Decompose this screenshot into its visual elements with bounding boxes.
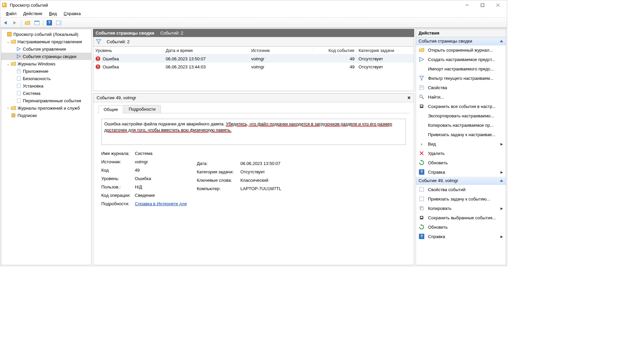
menu-action[interactable]: Действие — [20, 10, 46, 17]
action-label: Сохранить все события в настр... — [428, 104, 496, 109]
svg-rect-1 — [3, 4, 4, 5]
action-label: Привязать задачу к настраивае... — [428, 132, 495, 137]
tree-summary-events[interactable]: События страницы сводки — [1, 53, 91, 60]
col-level[interactable]: Уровень — [93, 48, 164, 53]
back-button[interactable] — [2, 19, 10, 27]
expand-toggle[interactable]: ⌄ — [5, 62, 11, 66]
tree-pane: Просмотр событий (Локальный) ⌄ Настраива… — [1, 29, 92, 265]
action-item[interactable]: Копировать▶ — [416, 204, 506, 213]
cell-category: Отсутствует — [357, 56, 414, 61]
col-eventid[interactable]: Код события — [313, 48, 357, 53]
maximize-button[interactable] — [475, 0, 490, 10]
action-item[interactable]: Импорт настраиваемого предс... — [416, 64, 506, 73]
tree-root[interactable]: Просмотр событий (Локальный) — [1, 31, 91, 38]
actions-group-2[interactable]: Событие 49, volmgr — [416, 177, 506, 185]
tree-setup-log[interactable]: Установка — [1, 82, 91, 90]
menu-help[interactable]: Справка — [60, 10, 84, 17]
error-icon — [95, 64, 101, 69]
action-item[interactable]: ?Справка▶ — [416, 167, 506, 177]
properties-button[interactable] — [33, 19, 41, 27]
detail-header: Событие 49, volmgr × — [93, 94, 414, 102]
svg-rect-26 — [98, 68, 98, 68]
action-item[interactable]: Найти... — [416, 92, 506, 102]
action-icon — [419, 56, 425, 62]
expand-toggle[interactable]: ⌄ — [5, 40, 11, 44]
action-item[interactable]: Удалить — [416, 149, 506, 158]
tree-system-log[interactable]: Система — [1, 90, 91, 97]
action-icon — [419, 66, 425, 72]
col-category[interactable]: Категория задачи — [357, 48, 414, 53]
svg-rect-22 — [98, 57, 98, 59]
actions-group-1[interactable]: События страницы сводки — [416, 37, 506, 45]
tree-subscriptions[interactable]: Подписки — [1, 112, 91, 119]
col-datetime[interactable]: Дата и время — [164, 48, 249, 53]
action-label: Экспортировать настраиваемо... — [428, 113, 494, 118]
action-item[interactable]: Создать настраиваемое предст... — [416, 55, 506, 64]
forward-button[interactable] — [11, 19, 19, 27]
tab-general[interactable]: Общие — [99, 105, 123, 113]
action-item[interactable]: Обновить — [416, 222, 506, 232]
svg-rect-19 — [17, 99, 20, 103]
action-item[interactable]: Открыть сохраненный журнал... — [416, 45, 506, 55]
menu-view[interactable]: Вид — [46, 10, 60, 17]
tree-label: Установка — [23, 83, 43, 89]
value-logname: Система — [135, 151, 185, 156]
tree-windows-logs[interactable]: ⌄ Журналы Windows — [1, 60, 91, 67]
label-opcode: Код операции: — [101, 193, 135, 198]
action-item[interactable]: Сохранить все события в настр... — [416, 102, 506, 111]
cell-datetime: 06.06.2023 13:50:07 — [164, 56, 249, 61]
event-row[interactable]: Ошибка 06.06.2023 13:44:03 volmgr 49 Отс… — [93, 63, 414, 71]
action-item[interactable]: ?Справка▶ — [416, 232, 506, 241]
action-icon — [419, 150, 425, 156]
value-keywords: Классический — [240, 178, 291, 183]
action-item[interactable]: ›Вид▶ — [416, 139, 506, 149]
action-item[interactable]: Сохранить выбранные события... — [416, 213, 506, 222]
help-link[interactable]: Справка в Интернете для — [135, 201, 187, 206]
menu-file[interactable]: Файл — [2, 10, 20, 17]
tree-custom-views[interactable]: ⌄ Настраиваемые представления — [1, 38, 91, 45]
tree-label: Подписки — [17, 113, 37, 118]
action-icon — [419, 84, 425, 91]
tree-label: События страницы сводки — [23, 54, 76, 59]
action-item[interactable]: Фильтр текущего настраиваем... — [416, 73, 506, 83]
tree-label: События управления — [23, 47, 66, 52]
submenu-arrow-icon: ▶ — [500, 235, 503, 238]
svg-rect-25 — [98, 65, 98, 67]
filter-count: Событий: 2 — [107, 39, 129, 44]
close-button[interactable] — [490, 0, 505, 10]
action-icon — [419, 47, 425, 53]
collapse-icon — [500, 40, 503, 42]
action-label: Обновить — [428, 225, 448, 230]
tree-security-log[interactable]: Безопасность — [1, 75, 91, 82]
col-source[interactable]: Источник — [249, 48, 313, 53]
minimize-button[interactable] — [459, 0, 475, 10]
tree-forwarded-log[interactable]: Перенаправленные события — [1, 97, 91, 104]
action-label: Найти... — [428, 95, 444, 100]
tree-app-services-logs[interactable]: › Журналы приложений и служб — [1, 104, 91, 112]
expand-toggle[interactable]: › — [5, 106, 11, 110]
svg-rect-33 — [421, 105, 423, 107]
tree-application-log[interactable]: Приложение — [1, 67, 91, 75]
action-icon — [419, 196, 425, 202]
svg-line-31 — [422, 97, 424, 99]
svg-rect-41 — [421, 207, 423, 210]
action-item[interactable]: Копировать настраиваемое пр... — [416, 120, 506, 130]
action-item[interactable]: Привязать задачу к событию... — [416, 194, 506, 204]
tab-details[interactable]: Подробности — [124, 105, 161, 113]
tree-label: Просмотр событий (Локальный) — [13, 32, 78, 37]
event-row[interactable]: Ошибка 06.06.2023 13:50:07 volmgr 49 Отс… — [93, 55, 414, 63]
action-item[interactable]: Привязать задачу к настраивае... — [416, 130, 506, 139]
detail-close-icon[interactable]: × — [408, 95, 411, 101]
action-item[interactable]: Свойства событий — [416, 185, 506, 194]
action-item[interactable]: Обновить — [416, 158, 506, 167]
open-button[interactable] — [23, 19, 32, 27]
value-level: Ошибка — [135, 176, 185, 181]
tree-admin-events[interactable]: События управления — [1, 45, 91, 53]
cell-code: 49 — [313, 64, 357, 69]
action-label: Сохранить выбранные события... — [428, 215, 496, 220]
help-button[interactable]: ? — [45, 19, 53, 27]
action-item[interactable]: Экспортировать настраиваемо... — [416, 111, 506, 120]
panel-button[interactable] — [55, 19, 63, 27]
action-item[interactable]: Свойства — [416, 83, 506, 92]
actions-title: Действия — [416, 29, 506, 37]
